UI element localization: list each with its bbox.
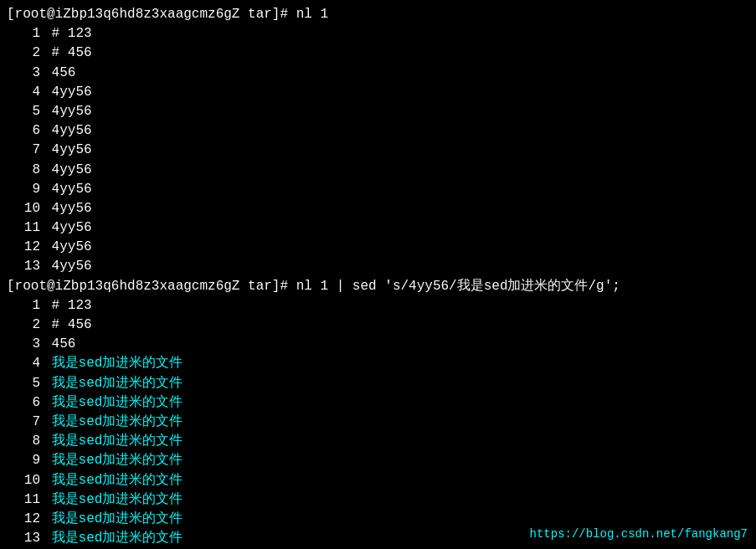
table-row: 3 456 bbox=[7, 64, 749, 83]
line-content: 4yy56 bbox=[44, 180, 92, 199]
line-number: 7 bbox=[7, 141, 40, 160]
line-number: 8 bbox=[7, 432, 40, 451]
line-content: 4yy56 bbox=[44, 141, 92, 160]
table-row: 11 4yy56 bbox=[7, 218, 749, 238]
line-content: 4yy56 bbox=[44, 121, 92, 141]
line-number: 11 bbox=[7, 218, 40, 238]
line-content: 4yy56 bbox=[44, 218, 92, 238]
line-number: 2 bbox=[7, 316, 40, 335]
line-content: 4yy56 bbox=[44, 161, 92, 180]
table-row: 6 我是sed加进米的文件 bbox=[7, 393, 749, 413]
line-number: 11 bbox=[7, 490, 40, 510]
line-content: 我是sed加进米的文件 bbox=[44, 374, 183, 393]
line-content: 4yy56 bbox=[44, 83, 92, 102]
line-number: 6 bbox=[7, 393, 40, 413]
line-number: 4 bbox=[7, 354, 40, 373]
table-row: 7 我是sed加进米的文件 bbox=[7, 413, 749, 432]
table-row: 9 我是sed加进米的文件 bbox=[7, 451, 749, 470]
line-number: 3 bbox=[7, 335, 40, 354]
prompt-line-2: [root@iZbp13q6hd8z3xaagcmz6gZ tar]# nl 1… bbox=[7, 277, 749, 296]
table-row: 11 我是sed加进米的文件 bbox=[7, 490, 749, 510]
table-row: 3 456 bbox=[7, 335, 749, 354]
table-row: 12 4yy56 bbox=[7, 238, 749, 257]
line-content: 4yy56 bbox=[44, 199, 92, 218]
table-row: 8 4yy56 bbox=[7, 161, 749, 180]
table-row: 8 我是sed加进米的文件 bbox=[7, 432, 749, 451]
line-content: 456 bbox=[44, 64, 75, 83]
line-content: 我是sed加进米的文件 bbox=[44, 413, 183, 432]
line-number: 5 bbox=[7, 374, 40, 393]
table-row: 13 4yy56 bbox=[7, 257, 749, 276]
line-number: 2 bbox=[7, 44, 40, 63]
line-number: 1 bbox=[7, 296, 40, 316]
line-number: 12 bbox=[7, 510, 40, 529]
prompt-line-1: [root@iZbp13q6hd8z3xaagcmz6gZ tar]# nl 1 bbox=[7, 5, 749, 24]
line-content: 456 bbox=[44, 335, 75, 354]
line-content: 我是sed加进米的文件 bbox=[44, 490, 183, 510]
line-number: 10 bbox=[7, 199, 40, 218]
first-output-block: 1 # 1232 # 4563 4564 4yy565 4yy566 4yy56… bbox=[7, 24, 749, 276]
watermark: https://blog.csdn.net/fangkang7 bbox=[530, 527, 748, 541]
line-number: 4 bbox=[7, 83, 40, 102]
table-row: 1 # 123 bbox=[7, 296, 749, 316]
table-row: 7 4yy56 bbox=[7, 141, 749, 160]
line-number: 7 bbox=[7, 413, 40, 432]
line-content: 我是sed加进米的文件 bbox=[44, 510, 183, 529]
table-row: 4 4yy56 bbox=[7, 83, 749, 102]
table-row: 10 4yy56 bbox=[7, 199, 749, 218]
table-row: 2 # 456 bbox=[7, 316, 749, 335]
table-row: 4 我是sed加进米的文件 bbox=[7, 354, 749, 373]
line-number: 5 bbox=[7, 102, 40, 121]
line-content: 4yy56 bbox=[44, 257, 92, 276]
line-content: 我是sed加进米的文件 bbox=[44, 393, 183, 413]
line-content: 我是sed加进米的文件 bbox=[44, 432, 183, 451]
prompt-2: [root@iZbp13q6hd8z3xaagcmz6gZ tar]# nl 1… bbox=[7, 277, 620, 296]
line-content: # 456 bbox=[44, 44, 92, 63]
line-number: 12 bbox=[7, 238, 40, 257]
line-number: 8 bbox=[7, 161, 40, 180]
table-row: 12 我是sed加进米的文件 bbox=[7, 510, 749, 529]
line-content: # 456 bbox=[44, 316, 92, 335]
line-content: # 123 bbox=[44, 296, 92, 316]
terminal: [root@iZbp13q6hd8z3xaagcmz6gZ tar]# nl 1… bbox=[0, 0, 756, 549]
table-row: 2 # 456 bbox=[7, 44, 749, 63]
line-content: 4yy56 bbox=[44, 102, 92, 121]
second-output-block: 1 # 1232 # 4563 4564 我是sed加进米的文件5 我是sed加… bbox=[7, 296, 749, 548]
table-row: 6 4yy56 bbox=[7, 121, 749, 141]
table-row: 1 # 123 bbox=[7, 24, 749, 44]
line-content: 我是sed加进米的文件 bbox=[44, 354, 183, 373]
line-number: 13 bbox=[7, 257, 40, 276]
line-content: 我是sed加进米的文件 bbox=[44, 451, 183, 470]
table-row: 5 4yy56 bbox=[7, 102, 749, 121]
line-content: 4yy56 bbox=[44, 238, 92, 257]
prompt-1: [root@iZbp13q6hd8z3xaagcmz6gZ tar]# nl 1 bbox=[7, 5, 328, 24]
line-content: # 123 bbox=[44, 24, 92, 44]
line-number: 10 bbox=[7, 471, 40, 490]
line-number: 6 bbox=[7, 121, 40, 141]
table-row: 5 我是sed加进米的文件 bbox=[7, 374, 749, 393]
line-number: 9 bbox=[7, 180, 40, 199]
table-row: 10 我是sed加进米的文件 bbox=[7, 471, 749, 490]
line-number: 13 bbox=[7, 529, 40, 548]
line-number: 9 bbox=[7, 451, 40, 470]
line-content: 我是sed加进米的文件 bbox=[44, 529, 183, 548]
table-row: 9 4yy56 bbox=[7, 180, 749, 199]
line-number: 1 bbox=[7, 24, 40, 44]
line-number: 3 bbox=[7, 64, 40, 83]
line-content: 我是sed加进米的文件 bbox=[44, 471, 183, 490]
